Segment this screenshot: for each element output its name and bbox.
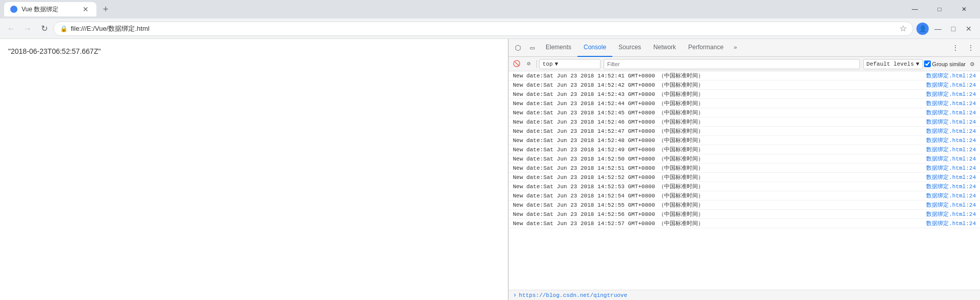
log-entry: New date:Sat Jun 23 2018 14:52:48 GMT+08…	[509, 136, 980, 145]
toolbar-separator	[536, 60, 537, 68]
log-source-link[interactable]: 数据绑定.html:24	[926, 99, 976, 107]
log-entry: New date:Sat Jun 23 2018 14:52:53 GMT+08…	[509, 182, 980, 191]
devtools-more-button[interactable]: ⋮	[964, 41, 978, 55]
log-entry: New date:Sat Jun 23 2018 14:52:42 GMT+08…	[509, 81, 980, 90]
log-source-link[interactable]: 数据绑定.html:24	[926, 127, 976, 135]
browser-tab[interactable]: Vue 数据绑定 ✕	[4, 2, 96, 16]
log-entry: New date:Sat Jun 23 2018 14:52:54 GMT+08…	[509, 191, 980, 201]
group-similar-label: Group similar	[932, 61, 966, 67]
console-prompt-icon[interactable]: ›	[513, 291, 517, 299]
devtools-panel: ⬡ ▭ Elements Console Sources Network Per…	[508, 39, 980, 300]
more-tabs-button[interactable]: »	[730, 39, 742, 57]
log-entry: New date:Sat Jun 23 2018 14:52:56 GMT+08…	[509, 210, 980, 219]
tab-elements[interactable]: Elements	[539, 39, 577, 57]
log-entry: New date:Sat Jun 23 2018 14:52:46 GMT+08…	[509, 117, 980, 127]
user-avatar: 👤	[916, 23, 929, 35]
window-controls: — □ ✕	[903, 0, 976, 18]
log-levels-selector[interactable]: Default levels ▼	[863, 59, 923, 69]
log-text: New date:Sat Jun 23 2018 14:52:46 GMT+08…	[513, 118, 922, 126]
log-source-link[interactable]: 数据绑定.html:24	[926, 155, 976, 163]
tab-favicon	[10, 6, 17, 13]
log-text: New date:Sat Jun 23 2018 14:52:44 GMT+08…	[513, 99, 922, 107]
tab-console[interactable]: Console	[577, 39, 612, 57]
log-source-link[interactable]: 数据绑定.html:24	[926, 201, 976, 209]
console-log-area: New date:Sat Jun 23 2018 14:52:41 GMT+08…	[509, 71, 980, 290]
tab-performance[interactable]: Performance	[682, 39, 730, 57]
log-source-link[interactable]: 数据绑定.html:24	[926, 90, 976, 98]
console-bottom: › https://blog.csdn.net/qingtruove	[509, 290, 980, 300]
address-bar: ← → ↻ 🔒 file:///E:/Vue/数据绑定.html ☆ 👤 — □…	[0, 18, 980, 39]
log-source-link[interactable]: 数据绑定.html:24	[926, 173, 976, 181]
filter-input[interactable]	[604, 59, 860, 69]
log-entry: New date:Sat Jun 23 2018 14:52:43 GMT+08…	[509, 90, 980, 99]
url-text: file:///E:/Vue/数据绑定.html	[71, 24, 896, 33]
log-entry: New date:Sat Jun 23 2018 14:52:52 GMT+08…	[509, 173, 980, 182]
log-source-link[interactable]: 数据绑定.html:24	[926, 146, 976, 153]
log-text: New date:Sat Jun 23 2018 14:52:49 GMT+08…	[513, 146, 922, 153]
log-source-link[interactable]: 数据绑定.html:24	[926, 136, 976, 144]
log-source-link[interactable]: 数据绑定.html:24	[926, 109, 976, 116]
status-url: https://blog.csdn.net/qingtruove	[519, 292, 627, 298]
context-dropdown-icon: ▼	[555, 61, 558, 67]
log-source-link[interactable]: 数据绑定.html:24	[926, 210, 976, 218]
context-value: top	[543, 61, 553, 67]
close-button[interactable]: ✕	[952, 0, 976, 18]
filter-button[interactable]: ⊘	[523, 58, 534, 70]
log-source-link[interactable]: 数据绑定.html:24	[926, 81, 976, 89]
log-entry: New date:Sat Jun 23 2018 14:52:45 GMT+08…	[509, 108, 980, 117]
log-entry: New date:Sat Jun 23 2018 14:52:50 GMT+08…	[509, 154, 980, 164]
log-entry: New date:Sat Jun 23 2018 14:52:49 GMT+08…	[509, 145, 980, 154]
maximize-button[interactable]: □	[928, 0, 951, 18]
restore-button[interactable]: □	[946, 22, 961, 36]
log-text: New date:Sat Jun 23 2018 14:52:42 GMT+08…	[513, 81, 922, 89]
log-text: New date:Sat Jun 23 2018 14:52:45 GMT+08…	[513, 109, 922, 116]
tab-close-button[interactable]: ✕	[81, 5, 90, 14]
bookmark-icon[interactable]: ☆	[899, 24, 907, 33]
address-actions: 👤 — □ ✕	[915, 22, 976, 36]
device-toolbar-button[interactable]: ▭	[525, 41, 539, 55]
minimize-button[interactable]: —	[903, 0, 927, 18]
log-source-link[interactable]: 数据绑定.html:24	[926, 118, 976, 126]
main-area: "2018-06-23T06:52:57.667Z" ⬡ ▭ Elements …	[0, 39, 980, 300]
devtools-actions: ⋮ ⋮	[948, 41, 978, 55]
levels-dropdown-icon: ▼	[916, 61, 919, 67]
page-output: "2018-06-23T06:52:57.667Z"	[8, 47, 101, 55]
reload-button[interactable]: ↻	[37, 22, 51, 36]
console-settings-button[interactable]: ⚙	[967, 58, 978, 70]
tab-network[interactable]: Network	[647, 39, 682, 57]
log-entry: New date:Sat Jun 23 2018 14:52:44 GMT+08…	[509, 99, 980, 108]
group-similar-checkbox-group[interactable]: Group similar	[924, 61, 966, 67]
user-account-button[interactable]: 👤	[915, 22, 930, 36]
log-source-link[interactable]: 数据绑定.html:24	[926, 183, 976, 190]
log-entry: New date:Sat Jun 23 2018 14:52:41 GMT+08…	[509, 71, 980, 81]
log-entry: New date:Sat Jun 23 2018 14:52:47 GMT+08…	[509, 127, 980, 136]
tab-title: Vue 数据绑定	[22, 5, 58, 14]
minimize-devtools-button[interactable]: —	[931, 22, 945, 36]
log-text: New date:Sat Jun 23 2018 14:52:55 GMT+08…	[513, 201, 922, 209]
group-similar-checkbox[interactable]	[924, 61, 931, 67]
log-text: New date:Sat Jun 23 2018 14:52:43 GMT+08…	[513, 90, 922, 98]
log-source-link[interactable]: 数据绑定.html:24	[926, 164, 976, 172]
log-text: New date:Sat Jun 23 2018 14:52:48 GMT+08…	[513, 136, 922, 144]
log-text: New date:Sat Jun 23 2018 14:52:41 GMT+08…	[513, 72, 922, 79]
url-bar[interactable]: 🔒 file:///E:/Vue/数据绑定.html ☆	[53, 22, 913, 36]
forward-button[interactable]: →	[21, 22, 35, 36]
log-source-link[interactable]: 数据绑定.html:24	[926, 192, 976, 199]
log-source-link[interactable]: 数据绑定.html:24	[926, 219, 976, 227]
log-text: New date:Sat Jun 23 2018 14:52:53 GMT+08…	[513, 183, 922, 190]
page-content: "2018-06-23T06:52:57.667Z"	[0, 39, 508, 300]
tab-sources[interactable]: Sources	[612, 39, 647, 57]
log-text: New date:Sat Jun 23 2018 14:52:56 GMT+08…	[513, 210, 922, 218]
devtools-tabs: ⬡ ▭ Elements Console Sources Network Per…	[509, 39, 980, 57]
log-text: New date:Sat Jun 23 2018 14:52:54 GMT+08…	[513, 192, 922, 199]
inspect-element-button[interactable]: ⬡	[511, 41, 525, 55]
new-tab-button[interactable]: +	[98, 2, 113, 16]
console-toolbar: 🚫 ⊘ top ▼ Default levels ▼ Group similar…	[509, 57, 980, 71]
log-text: New date:Sat Jun 23 2018 14:52:57 GMT+08…	[513, 219, 922, 227]
context-selector[interactable]: top ▼	[539, 59, 601, 69]
clear-console-button[interactable]: 🚫	[511, 58, 522, 70]
log-source-link[interactable]: 数据绑定.html:24	[926, 72, 976, 79]
close-devtools-button[interactable]: ✕	[962, 22, 976, 36]
back-button[interactable]: ←	[4, 22, 18, 36]
devtools-settings-button[interactable]: ⋮	[948, 41, 963, 55]
